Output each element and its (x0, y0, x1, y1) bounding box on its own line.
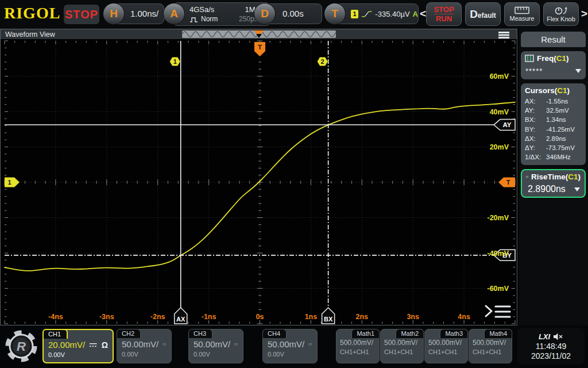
ch3-offset: 0.00V (194, 351, 238, 358)
math3-expr: CH1+CH1 (428, 348, 464, 355)
svg-text:1ns: 1ns (305, 313, 318, 321)
plot-area[interactable]: 12TAXBXAYBYT1 -4ns-3ns-2ns-1ns0s1ns2ns3n… (1, 39, 517, 325)
math4-scale: 500.00mV/ (473, 339, 508, 347)
math3-tab[interactable]: Math3 (440, 329, 468, 338)
channel-card-ch2[interactable]: CH2 50.00mV/ 0.00V (117, 329, 172, 363)
risetime-dropdown-icon[interactable] (574, 187, 580, 194)
risetime-label: RiseTime(C1) (531, 172, 581, 181)
freq-dropdown-icon[interactable] (575, 69, 581, 76)
ch1-trace (5, 102, 515, 271)
status-time: 11:48:49 (536, 342, 566, 351)
math-card-math2[interactable]: Math2 500.00mV/ CH1+CH1 (380, 329, 424, 363)
flex-knob-button[interactable]: Flex Knob (543, 2, 579, 26)
waveform-menu-icon[interactable] (498, 32, 509, 33)
trigger-sweep-mode: A (413, 10, 418, 18)
bottom-status-bar: R CH1 20.00mV/ Ω 0.00V CH2 50.00 (0, 325, 588, 368)
trigger-source-badge: 1 (351, 10, 358, 18)
pulse-icon (189, 16, 199, 23)
cursor-row-dx: ΔX:2.89ns (524, 134, 583, 143)
svg-text:R: R (17, 339, 26, 354)
svg-text:-1ns: -1ns (202, 313, 216, 321)
math-card-math1[interactable]: Math1 500.00mV/ CH1+CH1 (336, 329, 380, 363)
svg-text:0s: 0s (256, 313, 264, 321)
dc-coupling-icon (234, 342, 238, 347)
ch1-scale: 20.00mV/ (48, 340, 85, 350)
dc-coupling-icon (89, 342, 98, 348)
ch4-scale: 50.00mV/ (268, 339, 304, 349)
delay-knob[interactable]: D (254, 3, 276, 25)
risetime-result-card[interactable]: RiseTime(C1) 2.8900ns (521, 169, 586, 198)
measure-button[interactable]: Measure (504, 2, 540, 26)
sample-rate: 4GSa/s (189, 5, 214, 14)
top-toolbar: RIGOL STOP H 1.00ns/ A 4GSa/s1Mpts Norm … (0, 0, 588, 29)
trigger-panel[interactable]: 1 -335.40µV A (335, 3, 419, 24)
freq-label: Freq(C1) (537, 54, 569, 63)
math-card-math3[interactable]: Math3 500.00mV/ CH1+CH1 (424, 329, 468, 363)
rigol-gear-logo[interactable]: R (5, 328, 38, 366)
oscilloscope-screen: RIGOL STOP H 1.00ns/ A 4GSa/s1Mpts Norm … (0, 0, 588, 368)
default-button[interactable]: Default (465, 2, 501, 26)
svg-text:-60mV: -60mV (487, 285, 509, 293)
acquire-knob[interactable]: A (163, 3, 185, 25)
svg-text:T: T (258, 44, 262, 51)
ch4-tab[interactable]: CH4 (262, 329, 287, 338)
flex-knob-label: Flex Knob (547, 16, 575, 22)
math3-scale: 500.00mV/ (428, 339, 464, 347)
toolbar-prev-icon[interactable]: < (420, 7, 426, 20)
math1-tab[interactable]: Math1 (351, 329, 380, 338)
plot-expand-menu-icon[interactable] (486, 306, 510, 317)
cursor-row-ax: AX:-1.55ns (524, 97, 583, 106)
math4-tab[interactable]: Math4 (484, 329, 512, 338)
ch1-tab[interactable]: CH1 (42, 329, 68, 339)
risetime-value: 2.8900ns (527, 184, 566, 194)
channel-card-ch1[interactable]: CH1 20.00mV/ Ω 0.00V (42, 329, 114, 363)
svg-text:-4ns: -4ns (48, 313, 63, 321)
ch1-level-marker[interactable] (5, 178, 20, 187)
ch4-offset: 0.00V (268, 351, 312, 358)
acquisition-state-badge: STOP (64, 5, 99, 24)
default-label: Default (470, 8, 496, 21)
acquire-mode: Norm (201, 14, 218, 24)
horizontal-knob[interactable]: H (103, 3, 125, 25)
math4-expr: CH1+CH1 (473, 348, 508, 355)
ch2-offset: 0.00V (122, 351, 167, 358)
math-card-math4[interactable]: Math4 500.00mV/ CH1+CH1 (469, 329, 512, 363)
stop-run-button[interactable]: STOP RUN (426, 2, 462, 26)
svg-text:1: 1 (7, 179, 11, 186)
math2-expr: CH1+CH1 (384, 348, 420, 355)
cursor-row-dy: ΔY:-73.75mV (524, 143, 583, 152)
toolbar-next-icon[interactable]: > (581, 7, 587, 20)
lxi-clock-panel[interactable]: LXI 11:48:49 2023/11/02 (517, 328, 585, 365)
ch1-offset: 0.00V (48, 351, 108, 358)
freq-counter-icon (525, 55, 534, 62)
rigol-logo: RIGOL (4, 4, 60, 22)
status-date: 2023/11/02 (531, 351, 571, 361)
svg-text:AY: AY (503, 121, 512, 128)
channel-card-ch4[interactable]: CH4 50.00mV/ 0.00V (262, 329, 318, 363)
math2-tab[interactable]: Math2 (396, 329, 424, 338)
memory-position-scrollbar[interactable] (182, 30, 336, 38)
svg-text:3ns: 3ns (407, 313, 419, 321)
math2-scale: 500.00mV/ (384, 339, 420, 347)
math1-expr: CH1+CH1 (340, 348, 376, 355)
ch2-tab[interactable]: CH2 (117, 329, 141, 338)
waveform-window: Waveform View 12TAXBXAYBYT1 -4ns-3ns-2ns… (0, 29, 517, 325)
freq-result-card[interactable]: Freq(C1) ***** (521, 51, 586, 79)
freq-value: ***** (525, 67, 543, 75)
speaker-muted-icon (554, 333, 563, 340)
trigger-knob[interactable]: T (324, 3, 346, 25)
svg-text:2: 2 (321, 58, 324, 65)
svg-text:-40mV: -40mV (487, 250, 509, 258)
ch3-tab[interactable]: CH3 (188, 329, 212, 338)
cursor-row-bx: BX:1.34ns (524, 115, 583, 124)
channel-card-ch3[interactable]: CH3 50.00mV/ 0.00V (188, 329, 243, 363)
risetime-icon (526, 173, 528, 181)
waveform-title: Waveform View (5, 30, 55, 39)
memory-preview (182, 30, 336, 38)
cursors-result-card[interactable]: Cursors(C1) AX:-1.55ns AY:32.5mV BX:1.34… (521, 83, 586, 165)
svg-text:2ns: 2ns (356, 313, 369, 321)
svg-text:1: 1 (173, 58, 177, 65)
cursors-label: Cursors(C1) (525, 86, 570, 95)
svg-text:40mV: 40mV (490, 108, 509, 116)
axis-labels: -4ns-3ns-2ns-1ns0s1ns2ns3ns4ns60mV40mV20… (48, 72, 509, 321)
